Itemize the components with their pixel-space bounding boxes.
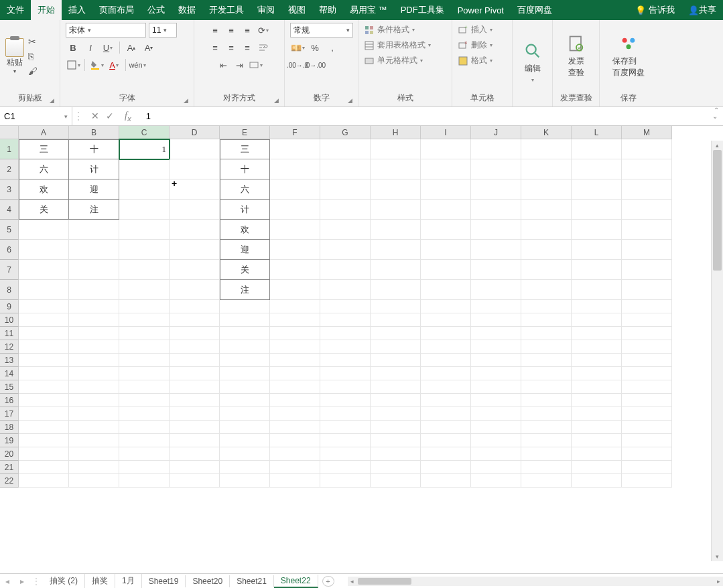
row-header[interactable]: 16: [0, 394, 19, 407]
cell[interactable]: [220, 474, 270, 488]
menu-review[interactable]: 审阅: [251, 0, 281, 20]
sheet-tab[interactable]: 抽奖: [85, 574, 115, 588]
cell[interactable]: [69, 394, 119, 407]
font-color-button[interactable]: A▾: [107, 58, 121, 72]
cell[interactable]: [119, 200, 170, 220]
cell[interactable]: [371, 367, 421, 380]
cell[interactable]: 十: [69, 139, 119, 159]
cell[interactable]: [170, 354, 220, 367]
cell[interactable]: [320, 380, 371, 394]
grow-font-button[interactable]: A▴: [124, 40, 139, 55]
cell[interactable]: [170, 200, 220, 220]
cell[interactable]: [19, 260, 69, 280]
col-header[interactable]: H: [371, 126, 421, 139]
currency-button[interactable]: 💴▾: [290, 40, 305, 55]
cell[interactable]: [572, 380, 622, 394]
collapse-ribbon-icon[interactable]: ⌃: [714, 106, 719, 114]
cell[interactable]: [170, 340, 220, 354]
cell[interactable]: [572, 179, 622, 200]
cell[interactable]: 欢: [19, 179, 69, 200]
fill-color-button[interactable]: ▾: [89, 58, 104, 72]
cell[interactable]: [521, 354, 572, 367]
cell[interactable]: [622, 327, 672, 340]
cell[interactable]: [622, 240, 672, 260]
col-header[interactable]: I: [421, 126, 471, 139]
scroll-left-icon[interactable]: ◂: [348, 578, 356, 585]
cell[interactable]: [471, 327, 521, 340]
cell[interactable]: [572, 220, 622, 240]
cell[interactable]: [371, 474, 421, 488]
cell[interactable]: [521, 200, 572, 220]
cell[interactable]: [622, 421, 672, 434]
cell[interactable]: [69, 340, 119, 354]
cell[interactable]: [622, 139, 672, 159]
row-header[interactable]: 7: [0, 260, 19, 280]
row-header[interactable]: 8: [0, 280, 19, 300]
cell[interactable]: [421, 280, 471, 300]
cell[interactable]: [521, 179, 572, 200]
cell[interactable]: [622, 340, 672, 354]
align-center-button[interactable]: ≡: [224, 40, 239, 55]
cell[interactable]: [119, 421, 170, 434]
row-header[interactable]: 19: [0, 434, 19, 447]
cell[interactable]: [572, 240, 622, 260]
cond-format-button[interactable]: 条件格式 ▾: [364, 23, 415, 37]
cell[interactable]: 六: [19, 159, 69, 179]
cell[interactable]: [471, 367, 521, 380]
cell[interactable]: [170, 240, 220, 260]
shrink-font-button[interactable]: A▾: [141, 40, 156, 55]
col-header[interactable]: K: [521, 126, 572, 139]
cell[interactable]: [270, 474, 320, 488]
cell[interactable]: [270, 367, 320, 380]
cell[interactable]: [622, 474, 672, 488]
cell[interactable]: [471, 380, 521, 394]
cell[interactable]: [69, 220, 119, 240]
menu-dev[interactable]: 开发工具: [202, 0, 251, 20]
cell[interactable]: 欢: [220, 220, 270, 240]
cell[interactable]: [320, 220, 371, 240]
scroll-down-icon[interactable]: ▾: [712, 553, 723, 560]
cell[interactable]: [421, 327, 471, 340]
cell[interactable]: [622, 354, 672, 367]
menu-file[interactable]: 文件: [0, 0, 31, 20]
cell[interactable]: [270, 179, 320, 200]
cell[interactable]: [170, 300, 220, 313]
cell[interactable]: [622, 461, 672, 474]
row-header[interactable]: 2: [0, 159, 19, 179]
cell[interactable]: [19, 354, 69, 367]
cell[interactable]: [421, 179, 471, 200]
cell[interactable]: [69, 434, 119, 447]
row-header[interactable]: 1: [0, 139, 19, 159]
cell[interactable]: 计: [69, 159, 119, 179]
cell[interactable]: [19, 280, 69, 300]
cell[interactable]: [572, 434, 622, 447]
cell[interactable]: [521, 380, 572, 394]
cell[interactable]: [220, 300, 270, 313]
cell[interactable]: [69, 367, 119, 380]
cell[interactable]: [622, 220, 672, 240]
cell[interactable]: [320, 394, 371, 407]
cell[interactable]: [521, 220, 572, 240]
cell[interactable]: [320, 139, 371, 159]
cell[interactable]: [371, 179, 421, 200]
cell[interactable]: [521, 421, 572, 434]
sheet-tab-active[interactable]: Sheet22: [274, 575, 318, 588]
row-header[interactable]: 15: [0, 380, 19, 394]
cell[interactable]: 三: [19, 139, 69, 159]
cell-style-button[interactable]: 单元格样式 ▾: [364, 54, 423, 68]
cell[interactable]: [521, 280, 572, 300]
cell[interactable]: [320, 354, 371, 367]
cell[interactable]: [371, 313, 421, 327]
cell[interactable]: [220, 354, 270, 367]
sheet-nav-next-icon[interactable]: ▸: [15, 577, 29, 586]
row-header[interactable]: 17: [0, 407, 19, 421]
cell[interactable]: [119, 327, 170, 340]
cell[interactable]: [572, 200, 622, 220]
cell[interactable]: [270, 394, 320, 407]
cut-icon[interactable]: ✂: [28, 36, 38, 47]
cell[interactable]: [119, 260, 170, 280]
col-header[interactable]: F: [270, 126, 320, 139]
delete-cells-button[interactable]: ×删除 ▾: [458, 38, 492, 52]
cell[interactable]: [119, 394, 170, 407]
cell[interactable]: [69, 313, 119, 327]
